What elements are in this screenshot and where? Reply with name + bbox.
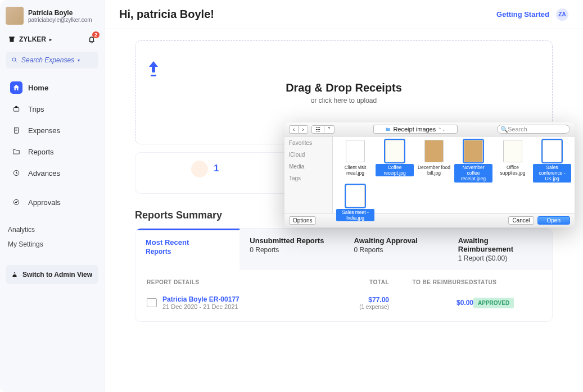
open-button[interactable]: Open — [537, 216, 570, 225]
file-picker-dialog: ‹ › ☷ ˅ Receipt images ⌃⌄ 🔍 Search — [284, 122, 575, 227]
svg-point-0 — [12, 58, 16, 61]
report-title: Patricia Boyle ER-00177 — [162, 295, 239, 303]
notifications-button[interactable]: 2 — [87, 35, 96, 44]
th-status: STATUS — [473, 279, 541, 285]
home-icon — [12, 84, 20, 92]
nav-back-forward[interactable]: ‹ › — [289, 125, 308, 134]
getting-started-link[interactable]: Getting Started — [496, 10, 549, 19]
forward-button[interactable]: › — [299, 125, 308, 134]
folder-dropdown[interactable]: Receipt images ⌃⌄ — [373, 125, 458, 134]
org-switcher[interactable]: ZYLKER ▸ — [8, 35, 52, 43]
th-reimb: TO BE REIMBURSED — [389, 279, 473, 285]
briefcase-icon — [12, 105, 20, 113]
folder-icon — [12, 148, 20, 156]
profile-email: patriciaboyle@zylker.com — [28, 17, 92, 23]
folder-icon — [385, 126, 391, 132]
sidebar-media[interactable]: Media — [289, 163, 328, 170]
file-item[interactable]: Client visit meal.jpg — [336, 140, 374, 183]
file-search[interactable]: 🔍 Search — [497, 125, 570, 134]
nav-advances[interactable]: Advances — [6, 163, 98, 183]
nav-home[interactable]: Home — [6, 78, 98, 98]
file-picker-sidebar: Favorites iCloud Media Tags — [284, 136, 333, 213]
svg-rect-1 — [13, 108, 19, 111]
chevron-right-icon: ▸ — [49, 37, 52, 42]
main: Hi, patricia Boyle! Getting Started ZA D… — [105, 0, 583, 392]
report-dates: 21 Dec 2020 - 21 Dec 2021 — [162, 303, 239, 310]
chevron-updown-icon: ⌃⌄ — [438, 127, 446, 132]
file-item[interactable]: Sales meet - India.jpg — [336, 185, 374, 221]
avatar — [6, 7, 24, 25]
tab-unsubmitted[interactable]: Unsubmitted Reports 0 Reports — [239, 229, 344, 270]
dropdown-button[interactable]: ˅ — [324, 125, 335, 134]
folder-icon — [147, 298, 157, 307]
status-badge: APPROVED — [473, 298, 514, 308]
nav-approvals[interactable]: Approvals — [6, 192, 98, 212]
topbar: Hi, patricia Boyle! Getting Started ZA — [105, 0, 583, 29]
receipt-icon — [12, 126, 20, 134]
upload-icon — [147, 61, 541, 77]
tab-most-recent[interactable]: Most Recent Reports — [135, 229, 239, 270]
file-item[interactable]: Office supplies.jpg — [494, 140, 532, 183]
tab-awaiting-reimbursement[interactable]: Awaiting Reimbursement 1 Report ($0.00) — [448, 229, 552, 270]
check-circle-icon — [12, 198, 20, 206]
file-item[interactable]: December food bill.jpg — [415, 140, 453, 183]
back-button[interactable]: ‹ — [289, 125, 299, 134]
switch-admin-button[interactable]: Switch to Admin View — [6, 265, 98, 284]
company-badge[interactable]: ZA — [556, 8, 568, 21]
nav-analytics[interactable]: Analytics — [6, 222, 98, 237]
tab-awaiting-approval[interactable]: Awaiting Approval 0 Reports — [344, 229, 448, 270]
dropzone-title: Drag & Drop Receipts — [147, 81, 541, 94]
sidebar-tags[interactable]: Tags — [289, 175, 328, 181]
admin-icon — [11, 271, 18, 278]
nav-reports[interactable]: Reports — [6, 142, 98, 162]
th-total: TOTAL — [322, 279, 389, 285]
options-button[interactable]: Options — [289, 216, 316, 225]
clock-icon — [12, 169, 20, 177]
table-row[interactable]: Patricia Boyle ER-00177 21 Dec 2020 - 21… — [135, 290, 552, 321]
stat-icon — [191, 161, 208, 177]
file-item[interactable]: Coffee receipt.jpg — [376, 140, 414, 183]
nav-expenses[interactable]: Expenses — [6, 120, 98, 140]
stat-1[interactable]: 1 — [135, 161, 274, 185]
profile[interactable]: Patricia Boyle patriciaboyle@zylker.com — [6, 7, 98, 25]
file-item[interactable]: November coffee receipt.jpeg — [454, 140, 492, 183]
cancel-button[interactable]: Cancel — [508, 216, 534, 225]
sidebar: Patricia Boyle patriciaboyle@zylker.com … — [0, 0, 105, 392]
nav-my-settings[interactable]: My Settings — [6, 237, 98, 252]
profile-name: Patricia Boyle — [28, 9, 92, 17]
sidebar-favorites[interactable]: Favorites — [289, 140, 328, 146]
chevron-down-icon: ▾ — [78, 58, 80, 63]
search-icon: 🔍 — [500, 126, 508, 133]
th-details: REPORT DETAILS — [147, 279, 322, 285]
icon-view-button[interactable]: ☷ — [311, 125, 324, 134]
file-grid: Client visit meal.jpg Coffee receipt.jpg… — [333, 136, 575, 213]
notification-badge: 2 — [92, 31, 100, 38]
greeting: Hi, patricia Boyle! — [119, 8, 214, 21]
dropzone-subtitle: or click here to upload — [147, 97, 541, 104]
store-icon — [8, 35, 16, 43]
file-item[interactable]: Sales conference - UK.jpg — [533, 140, 571, 183]
search-icon — [11, 57, 18, 63]
reports-tabs: Most Recent Reports Unsubmitted Reports … — [135, 228, 553, 322]
search-expenses[interactable]: Search Expenses ▾ — [6, 52, 98, 69]
nav-trips[interactable]: Trips — [6, 99, 98, 119]
view-mode[interactable]: ☷ ˅ — [311, 125, 335, 134]
reports-summary-title: Reports Summary — [135, 209, 222, 221]
sidebar-icloud[interactable]: iCloud — [289, 152, 328, 158]
